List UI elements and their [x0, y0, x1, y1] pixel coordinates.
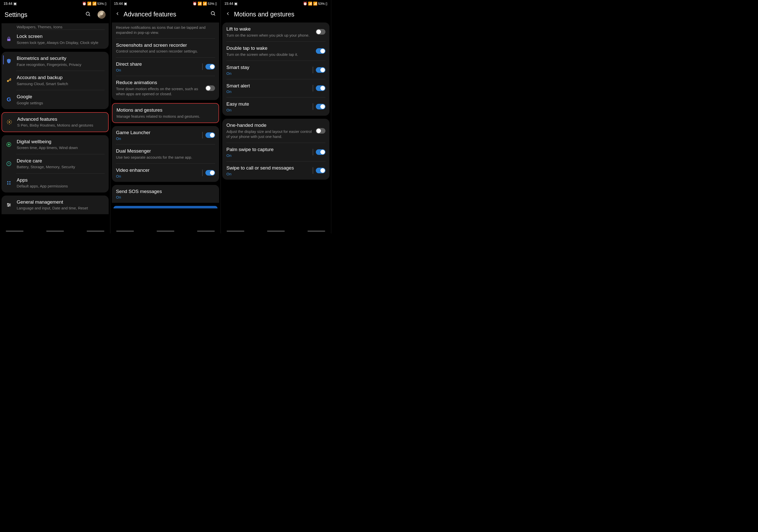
item-video-enhancer[interactable]: Video enhancer On: [112, 164, 219, 182]
shield-icon: [6, 58, 12, 64]
svg-line-19: [214, 15, 215, 16]
item-google[interactable]: G Google Google settings: [2, 90, 109, 109]
item-lock-screen[interactable]: Lock screen Screen lock type, Always On …: [2, 30, 109, 49]
toggle-divider: [313, 167, 313, 174]
item-sub: Language and input, Date and time, Reset: [17, 206, 105, 211]
nav-recents[interactable]: [227, 231, 244, 232]
status-bar: 15:44 ▣ ⏰ 📶 📶 53% ▯: [0, 0, 110, 7]
lift-to-wake-toggle[interactable]: [316, 29, 326, 35]
item-smart-alert[interactable]: Smart alert On: [222, 79, 329, 97]
item-lift-to-wake[interactable]: Lift to wake Turn on the screen when you…: [222, 22, 329, 42]
nav-home[interactable]: [157, 231, 174, 232]
item-double-tap-wake[interactable]: Double tap to wake Turn on the screen wh…: [222, 42, 329, 61]
palm-swipe-toggle[interactable]: [316, 149, 326, 155]
item-title: Apps: [17, 177, 105, 183]
item-title: Dual Messenger: [116, 148, 215, 154]
apps-icon: [6, 180, 12, 186]
battery-pct: 53%: [208, 2, 214, 6]
item-dual-messenger[interactable]: Dual Messenger Use two separate accounts…: [112, 145, 219, 163]
item-title: One-handed mode: [226, 122, 316, 129]
svg-point-6: [8, 144, 10, 145]
reduce-animations-toggle[interactable]: [205, 85, 215, 91]
toggle-divider: [313, 67, 313, 73]
item-sub: Face recognition, Fingerprints, Privacy: [17, 62, 105, 67]
smart-stay-toggle[interactable]: [316, 67, 326, 73]
item-title: Send SOS messages: [116, 188, 215, 195]
item-biometrics[interactable]: Biometrics and security Face recognition…: [2, 52, 109, 71]
item-sub: Battery, Storage, Memory, Security: [17, 164, 105, 170]
item-screenshots-recorder[interactable]: Screenshots and screen recorder Control …: [112, 39, 219, 58]
item-sub: Adjust the display size and layout for e…: [226, 129, 316, 140]
nav-back[interactable]: [307, 231, 325, 232]
item-accounts[interactable]: Accounts and backup Samsung Cloud, Smart…: [2, 71, 109, 90]
item-title: Device care: [17, 158, 105, 164]
svg-point-17: [8, 206, 9, 207]
nav-back[interactable]: [87, 231, 104, 232]
battery-icon: ▯: [105, 2, 107, 6]
item-title: Smart stay: [226, 64, 313, 71]
item-swipe-call[interactable]: Swipe to call or send messages On: [222, 161, 329, 180]
status-time: 15:44: [114, 2, 123, 6]
header: Settings: [0, 7, 110, 23]
item-title: Palm swipe to capture: [226, 147, 313, 153]
item-palm-swipe[interactable]: Palm swipe to capture On: [222, 143, 329, 161]
item-motions-gestures[interactable]: Motions and gestures Manage features rel…: [113, 104, 219, 122]
item-apps[interactable]: Apps Default apps, App permissions: [2, 174, 109, 192]
easy-mute-toggle[interactable]: [316, 104, 326, 109]
battery-pct: 53%: [97, 2, 104, 6]
item-direct-share[interactable]: Direct share On: [112, 58, 219, 76]
nav-home[interactable]: [46, 231, 64, 232]
item-digital-wellbeing[interactable]: Digital wellbeing Screen time, App timer…: [2, 135, 109, 154]
search-icon[interactable]: [211, 11, 216, 18]
nav-recents[interactable]: [6, 231, 23, 232]
back-icon[interactable]: [225, 11, 230, 18]
item-title: Video enhancer: [116, 167, 202, 174]
one-handed-toggle[interactable]: [316, 128, 326, 134]
svg-point-11: [9, 183, 11, 185]
video-enhancer-toggle[interactable]: [205, 170, 215, 176]
nav-home[interactable]: [267, 231, 285, 232]
wellbeing-icon: [6, 141, 12, 148]
item-title: Lock screen: [17, 33, 105, 40]
back-icon[interactable]: [115, 11, 120, 18]
item-title: General management: [17, 199, 105, 205]
item-sub: Tone down motion effects on the screen, …: [116, 86, 205, 97]
profile-avatar[interactable]: [97, 11, 106, 19]
item-device-care[interactable]: Device care Battery, Storage, Memory, Se…: [2, 154, 109, 173]
page-title: Settings: [5, 11, 82, 18]
item-state: On: [226, 172, 313, 176]
item-general-management[interactable]: General management Language and input, D…: [2, 195, 109, 215]
svg-point-8: [7, 181, 8, 183]
svg-point-0: [86, 12, 89, 15]
item-smart-stay[interactable]: Smart stay On: [222, 61, 329, 79]
item-sub: Turn on the screen when you double tap i…: [226, 52, 316, 57]
nav-back[interactable]: [197, 231, 215, 232]
item-advanced-features[interactable]: Advanced features S Pen, Bixby Routines,…: [2, 113, 108, 132]
game-launcher-toggle[interactable]: [205, 132, 215, 138]
wifi-icon: 📶: [197, 2, 202, 6]
item-send-sos[interactable]: Send SOS messages On: [112, 185, 219, 203]
double-tap-toggle[interactable]: [316, 48, 326, 54]
battery-icon: ▯: [215, 2, 217, 6]
item-title: Reduce animations: [116, 80, 205, 86]
screenshot-icon: ▣: [124, 2, 127, 6]
advanced-features-screen: 15:44 ▣ ⏰ 📶 📶 53% ▯ Advanced features Re…: [110, 0, 221, 233]
swipe-call-toggle[interactable]: [316, 168, 326, 173]
item-title: Lift to wake: [226, 26, 316, 32]
smart-alert-toggle[interactable]: [316, 85, 326, 91]
alarm-icon: ⏰: [303, 2, 307, 6]
direct-share-toggle[interactable]: [205, 64, 215, 69]
item-state: On: [226, 89, 313, 94]
svg-point-9: [9, 181, 11, 183]
nav-bar: [221, 230, 331, 232]
nav-recents[interactable]: [116, 231, 134, 232]
screenshot-icon: ▣: [234, 2, 237, 6]
item-game-launcher[interactable]: Game Launcher On: [112, 126, 219, 144]
status-time: 15:44: [4, 2, 13, 6]
item-one-handed-mode[interactable]: One-handed mode Adjust the display size …: [222, 119, 329, 143]
item-sub: Turn on the screen when you pick up your…: [226, 33, 316, 38]
item-title: Accounts and backup: [17, 75, 105, 81]
item-easy-mute[interactable]: Easy mute On: [222, 97, 329, 116]
search-icon[interactable]: [86, 11, 91, 18]
item-reduce-animations[interactable]: Reduce animations Tone down motion effec…: [112, 76, 219, 100]
